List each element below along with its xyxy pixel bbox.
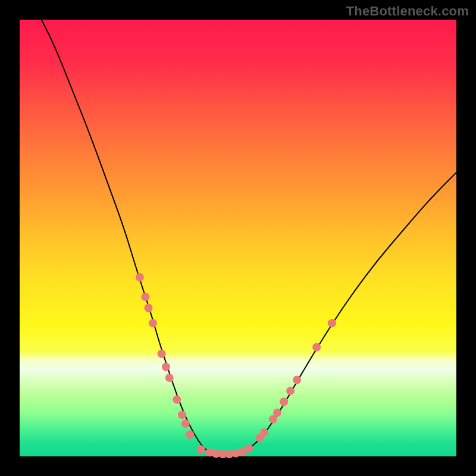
curve-marker [165, 374, 174, 382]
curve-marker [312, 343, 321, 352]
curve-marker [186, 430, 194, 439]
curve-marker [260, 428, 268, 437]
curve-marker [273, 409, 281, 417]
bottleneck-curve [42, 20, 456, 455]
curve-marker [141, 293, 149, 301]
chart-svg [20, 20, 456, 456]
curve-marker [136, 273, 144, 281]
curve-marker [149, 319, 157, 327]
curve-marker [286, 387, 295, 395]
curve-marker [158, 350, 166, 358]
curve-marker [280, 397, 288, 406]
curve-marker [181, 419, 190, 428]
curve-marker [328, 319, 336, 327]
curve-marker [293, 376, 301, 384]
curve-marker [173, 396, 181, 404]
curve-marker [162, 363, 170, 371]
curve-marker [197, 445, 205, 453]
chart-container: TheBottleneck.com [0, 0, 476, 476]
curve-marker [178, 411, 186, 419]
curve-marker [145, 303, 153, 312]
curve-marker [245, 444, 253, 453]
watermark-text: TheBottleneck.com [346, 4, 469, 19]
plot-area [20, 20, 456, 456]
